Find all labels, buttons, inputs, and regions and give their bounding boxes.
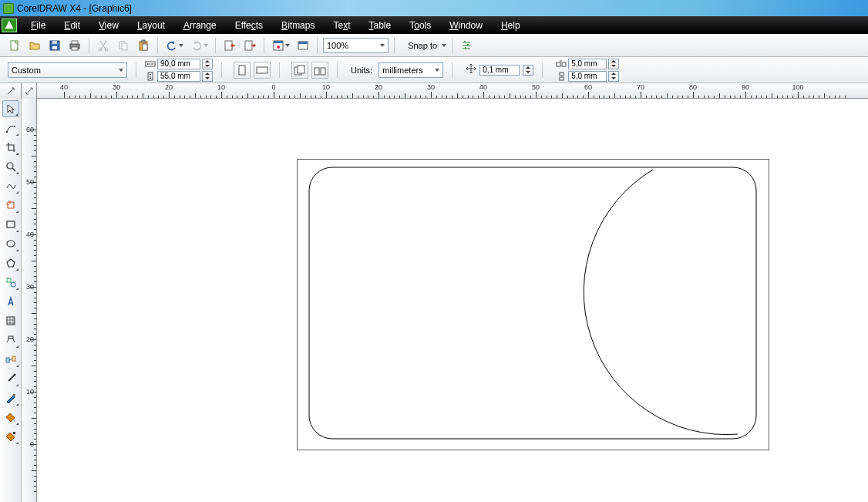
window-title: CorelDRAW X4 - [Graphic6] [17,3,132,14]
eyedropper-tool[interactable] [2,370,19,387]
import-button[interactable] [221,37,238,54]
separator [452,62,453,78]
menu-view[interactable]: View [89,20,128,31]
apply-all-pages-button[interactable] [291,62,308,79]
nudge-spinner[interactable] [523,65,533,76]
svg-rect-31 [560,72,564,76]
page-size-select[interactable]: Custom [8,62,127,78]
dimension-tool[interactable] [2,332,19,349]
new-button[interactable] [6,37,23,54]
table-tool[interactable] [2,312,19,329]
horizontal-ruler[interactable]: 403020100102030405060708090100 [37,83,868,98]
separator [215,38,216,53]
menu-effects[interactable]: Effects [226,20,272,31]
svg-rect-20 [298,42,308,44]
undo-button[interactable] [163,37,185,54]
zoom-level-select[interactable]: 100% [323,38,389,53]
page-dimensions: 90,0 mm 55,0 mm [145,59,213,82]
menu-layout[interactable]: Layout [128,20,174,31]
interactive-fill-tool[interactable] [2,428,19,445]
svg-point-35 [7,163,13,169]
fill-tool[interactable] [2,409,19,426]
page-width-input[interactable]: 90,0 mm [157,59,200,69]
dup-x-icon [556,59,567,69]
menu-file[interactable]: File [22,20,55,31]
app-launcher-button[interactable] [270,37,291,54]
separator [136,62,136,78]
vertical-ruler[interactable]: 6050403020100 [22,99,37,502]
separator [264,38,264,53]
svg-rect-42 [6,358,9,362]
pick-tool[interactable] [2,100,19,117]
freehand-tool[interactable] [2,177,19,194]
title-bar: CorelDRAW X4 - [Graphic6] [0,0,868,17]
menu-window[interactable]: Window [440,20,492,31]
svg-rect-23 [239,66,245,75]
cut-button [95,37,112,54]
height-icon [145,72,156,81]
ruler-label: 30 [427,83,435,91]
menu-help[interactable]: Help [492,20,530,31]
dup-y-spinner[interactable] [608,71,619,82]
menu-text[interactable]: Text [324,20,359,31]
main-area: 6050403020100 [0,99,868,502]
ruler-corner[interactable] [22,83,37,99]
height-spinner[interactable] [202,71,213,82]
svg-rect-26 [298,66,304,73]
svg-rect-43 [12,356,15,361]
ruler-origin[interactable] [0,83,22,99]
menu-edit[interactable]: Edit [55,20,89,31]
drawing-canvas[interactable] [37,99,868,502]
save-button[interactable] [46,37,63,54]
dup-x-input[interactable]: 5,0 mm [568,59,607,69]
landscape-button[interactable] [254,62,271,79]
svg-rect-10 [122,43,127,50]
redo-button [188,37,210,54]
app-icon [3,3,14,14]
menu-table[interactable]: Table [360,20,401,31]
ellipse-tool[interactable] [2,235,19,252]
export-button[interactable] [241,37,258,54]
svg-rect-15 [245,41,252,50]
chevron-down-icon [204,44,208,47]
paste-button[interactable] [135,37,152,54]
svg-rect-45 [13,394,15,396]
ruler-label: 20 [165,83,173,91]
nudge-icon [466,63,476,76]
open-button[interactable] [26,37,43,54]
dup-x-spinner[interactable] [608,59,619,69]
interactive-blend-tool[interactable] [2,351,19,368]
rectangle-tool[interactable] [2,216,19,233]
svg-rect-27 [315,68,319,75]
svg-rect-29 [557,62,560,66]
nudge-input[interactable]: 0,1 mm [479,65,520,76]
svg-rect-2 [52,46,57,49]
portrait-button[interactable] [234,62,251,79]
basic-shapes-tool[interactable] [2,274,19,291]
page-height-input[interactable]: 55,0 mm [157,71,200,82]
menu-arrange[interactable]: Arrange [174,20,226,31]
crop-tool[interactable] [2,139,19,156]
snap-to-dropdown[interactable] [442,44,446,47]
svg-rect-24 [257,67,267,73]
text-tool[interactable] [2,293,19,310]
svg-rect-30 [562,62,566,66]
welcome-screen-button[interactable] [294,37,311,54]
menu-tools[interactable]: Tools [400,20,440,31]
zoom-tool[interactable] [2,158,19,175]
separator [157,38,158,53]
smart-fill-tool[interactable] [2,197,19,214]
app-menu-icon[interactable] [2,19,17,32]
width-spinner[interactable] [202,59,213,69]
dup-y-input[interactable]: 5,0 mm [568,71,607,82]
svg-rect-34 [14,126,15,127]
units-select[interactable]: millimeters [378,62,443,78]
print-button[interactable] [66,37,83,54]
menu-bitmaps[interactable]: Bitmaps [272,20,324,31]
polygon-tool[interactable] [2,254,19,271]
options-button[interactable] [458,37,475,54]
shape-tool[interactable] [2,120,19,136]
apply-current-page-button[interactable] [311,62,328,79]
outline-tool[interactable] [2,389,19,406]
ruler-label: 50 [532,83,540,91]
